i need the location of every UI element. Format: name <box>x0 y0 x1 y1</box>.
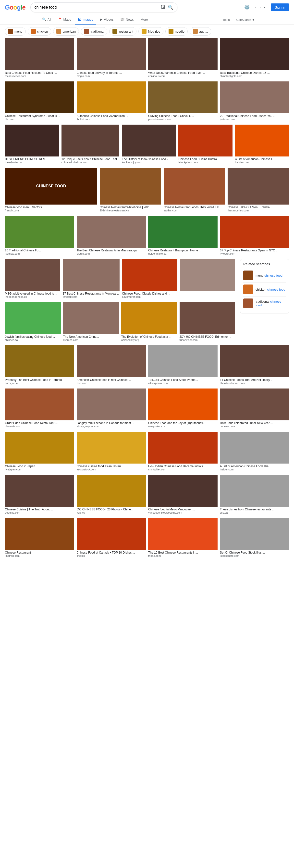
list-item[interactable]: Chinese food in Metro Vancouver ... vanc… <box>148 475 218 514</box>
image-source: chinees.ca <box>5 338 61 341</box>
list-item[interactable]: 11 Chinese Foods That Are Not Really ...… <box>220 345 289 384</box>
list-item[interactable]: The History of Indo-Chinese Food - ... k… <box>122 125 176 164</box>
related-item-traditional[interactable]: traditional chinese food <box>243 297 286 310</box>
tab-all[interactable]: 🔍 All <box>39 15 54 25</box>
list-item[interactable]: Craving Chinese Food? Check O... pasaden… <box>148 82 218 121</box>
list-item[interactable]: A List of American-Chinese F... insider.… <box>235 125 289 164</box>
list-item[interactable]: The Evolution of Chinese Food as a ... a… <box>121 302 177 341</box>
apps-icon[interactable]: ⋮⋮⋮ <box>254 5 267 10</box>
list-item[interactable]: The New American Chine... nytimes.com <box>63 302 119 341</box>
safe-search[interactable]: SafeSearch ▼ <box>236 18 255 22</box>
chips-scroll-right[interactable]: › <box>214 29 215 34</box>
image-title: A List of American-Chinese F... <box>235 157 289 161</box>
image-title: Chinese Restaurant Foods They Won't Eat … <box>164 206 225 209</box>
image-title: The 10 Best Chinese Restaurants in... <box>148 551 218 554</box>
list-item[interactable]: Langley ranks second in Canada for most … <box>77 389 146 428</box>
chip-chicken[interactable]: chicken <box>28 27 51 36</box>
image-source: pasadenavoice.com <box>148 118 218 121</box>
list-item[interactable]: 555 CHINESE FOOD - 23 Photos - Chine... … <box>77 475 146 514</box>
tools-button[interactable]: Tools <box>220 16 233 24</box>
image-source: aslasociety.org <box>121 338 177 341</box>
related-item-menu[interactable]: menu chinese food <box>243 269 286 283</box>
list-item[interactable]: A List of American-Chinese Food Tha... i… <box>220 432 289 471</box>
chip-restaurant[interactable]: restaurant <box>109 27 136 36</box>
list-item[interactable]: 194,374 Chinese Food Stock Phono... isto… <box>148 345 218 384</box>
list-item[interactable]: Chinese Food at Canada • TOP 10 Dishes .… <box>77 518 146 557</box>
list-item[interactable]: How Indian Chinese Food Became India's .… <box>148 432 218 471</box>
image-source: vancouverlikeawesome.com <box>148 511 218 514</box>
list-item[interactable]: BEST FRIEND CHINESE RES... theadjuster.c… <box>5 125 59 164</box>
logo-o1: o <box>9 4 13 11</box>
chip-menu[interactable]: menu <box>5 27 26 36</box>
sign-in-button[interactable]: Sign in <box>271 3 289 11</box>
related-item-chicken[interactable]: chicken chinese food <box>243 283 286 297</box>
list-item[interactable]: What Does Authentic Chinese Food Even ..… <box>148 38 218 78</box>
list-item[interactable]: 20 Traditional Chinese Food Dishes You .… <box>220 82 289 121</box>
image-title: Chinese food in Metro Vancouver ... <box>148 508 218 511</box>
image-source: istockphoto.com <box>178 161 232 164</box>
image-source: justnew.com <box>5 252 74 255</box>
tab-more[interactable]: More <box>138 15 151 25</box>
list-item[interactable]: 37 Top Chinese Restaurants Open in NYC .… <box>220 216 289 255</box>
list-item[interactable]: Chinese food delivery in Toronto ... blo… <box>77 38 146 78</box>
list-item[interactable]: Authentic Chinese Food vs American ... t… <box>77 82 146 121</box>
chip-fried-rice[interactable]: fried rice <box>138 27 163 36</box>
tab-maps[interactable]: 📍 Maps <box>55 15 74 25</box>
settings-icon[interactable]: ⚙️ <box>244 5 250 10</box>
list-item[interactable]: Chinese Food in Japan ... livejapan.com <box>5 432 74 471</box>
list-item[interactable]: JOY HO CHINESE FOOD, Edmontor ... tripad… <box>179 302 235 341</box>
list-item[interactable] <box>180 259 235 298</box>
tab-news[interactable]: 📰 News <box>117 15 137 25</box>
list-item[interactable]: American-Chinese food is real Chinese ..… <box>77 345 146 384</box>
chip-auth-thumb <box>193 29 198 34</box>
list-item[interactable]: Chinese Restaurant Syndrome - what is ..… <box>5 82 74 121</box>
chip-traditional[interactable]: traditional <box>81 27 107 36</box>
search-submit-icon[interactable]: 🔍 <box>168 5 173 10</box>
image-title: A List of American-Chinese Food Tha... <box>220 465 289 468</box>
list-item[interactable]: Chinese Food: Classic Dishes and ... adv… <box>122 259 177 298</box>
list-item[interactable]: Chinese Food and the Joy of (in)authenri… <box>148 389 218 428</box>
list-item[interactable]: These dishes from Chinese restaurants ..… <box>220 475 289 514</box>
list-item[interactable]: Chinese Restaurant Whitehorse | 202 ... … <box>100 168 161 212</box>
list-item[interactable]: Best Traditional Chinese Dishes: 15 ... … <box>220 38 289 78</box>
image-placeholder <box>180 259 235 291</box>
list-item[interactable]: Jewish families eating Chinese food ... … <box>5 302 61 341</box>
list-item[interactable]: 17 Best Chinese Restaurants in Montreal … <box>63 259 120 298</box>
list-item[interactable]: Chinese Food Cuisine Illustra... istockp… <box>178 125 232 164</box>
list-item[interactable]: Chinese Take-Out Menu Transla... thesauc… <box>228 168 289 212</box>
list-item[interactable]: Probably The Best Chinese Food in Toront… <box>5 345 74 384</box>
search-input[interactable] <box>35 5 159 9</box>
tab-all-label: All <box>47 18 51 21</box>
tab-videos[interactable]: ▶ Videos <box>97 15 117 25</box>
image-placeholder <box>148 389 218 421</box>
tab-images[interactable]: 🖼 Images <box>75 15 96 25</box>
main-image-section: MSG additive used in Chinese food is ...… <box>5 259 235 345</box>
list-item[interactable]: MSG additive used in Chinese food is ...… <box>5 259 60 298</box>
image-title: Chinese Restaurant Brampton | Home ... <box>148 249 218 252</box>
image-title: Best Chinese Food Recipes To Cook i... <box>5 71 74 74</box>
list-item[interactable]: 12 Unique Facts About Chinese Food That.… <box>62 125 120 164</box>
list-item[interactable]: Best Chinese Food Recipes To Cook i... t… <box>5 38 74 78</box>
chip-noodle[interactable]: noodle <box>165 27 188 36</box>
header-right: ⚙️ ⋮⋮⋮ Sign in <box>244 3 289 11</box>
list-item[interactable]: Chinese cuisine food asian restau... vec… <box>77 432 146 471</box>
list-item[interactable]: Chinese Restaurant linotrad.com <box>5 518 74 557</box>
list-item[interactable]: Chinese Restaurant Brampton | Home ... g… <box>148 216 218 255</box>
list-item[interactable]: Order Eden Chinese Food Restaurant ... u… <box>5 389 74 428</box>
google-logo[interactable]: Google <box>5 4 26 11</box>
grid-row-1: Best Chinese Food Recipes To Cook i... t… <box>5 38 289 78</box>
image-source: justnew.com <box>220 118 289 121</box>
image-search-icon[interactable]: 🖼 <box>161 5 165 10</box>
list-item[interactable]: CHINESE FOOD Chinese food menu: Vectors … <box>5 168 97 212</box>
list-item[interactable]: Chinese Restaurant Foods They Won't Eat … <box>164 168 225 212</box>
nav-tabs: 🔍 All 📍 Maps 🖼 Images ▶ Videos 📰 News Mo… <box>0 15 294 25</box>
list-item[interactable]: How Paris celebrated Lunar New Year ... … <box>220 389 289 428</box>
list-item[interactable]: Chinese Cuisine | The Truth About ... go… <box>5 475 74 514</box>
list-item[interactable]: 20 Traditional Chinese Fo... justnew.com <box>5 216 74 255</box>
list-item[interactable]: The Best Chinese Restaurants in Mississa… <box>77 216 146 255</box>
chip-american[interactable]: american <box>53 27 79 36</box>
list-item[interactable]: Set Of Chinese Food Stock Illust... isto… <box>220 518 289 557</box>
list-item[interactable]: The 10 Best Chinese Restaurants in... tr… <box>148 518 218 557</box>
chip-auth[interactable]: auth... <box>190 27 211 36</box>
image-title: Chinese Food: Classic Dishes and ... <box>122 292 177 295</box>
